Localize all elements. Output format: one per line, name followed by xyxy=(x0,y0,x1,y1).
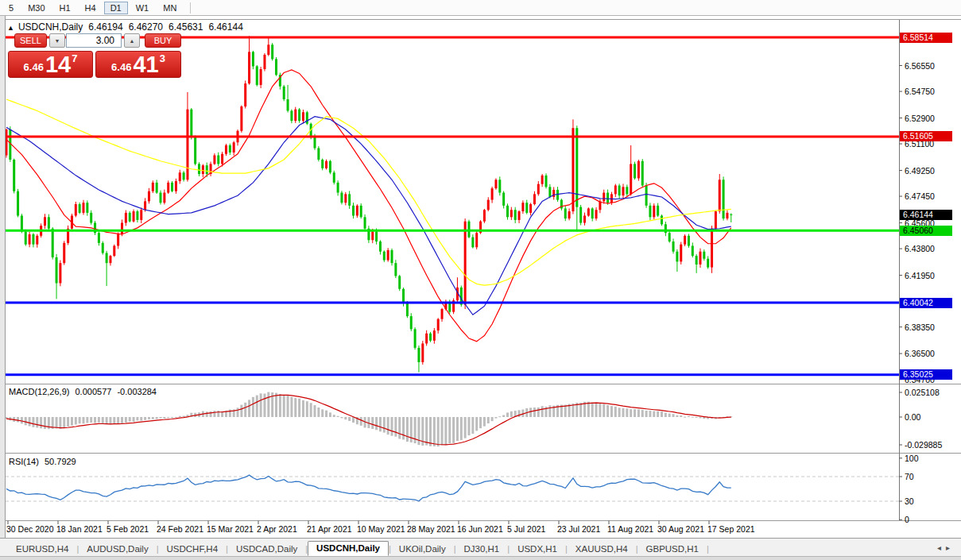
chart-tab-audusd[interactable]: AUDUSD,Daily xyxy=(79,543,156,556)
toolbar-separator xyxy=(190,2,191,14)
scroll-right-icon[interactable]: ▸ xyxy=(946,543,955,552)
chart-tab-xauusd[interactable]: XAUUSD,H4 xyxy=(568,543,636,556)
date-tick-label: 11 Aug 2021 xyxy=(607,524,653,534)
rsi-value: 50.7929 xyxy=(45,457,76,466)
date-tick-label: 16 Jun 2021 xyxy=(457,524,503,534)
chevron-down-icon: ▼ xyxy=(55,38,60,44)
price-badge: 6.35025 xyxy=(900,369,952,380)
date-tick-label: 23 Jul 2021 xyxy=(557,524,600,534)
timeframe-button-m30[interactable]: M30 xyxy=(21,2,51,14)
chevron-up-icon: ▲ xyxy=(130,38,135,44)
price-tick-label: 6.38350 xyxy=(905,322,935,332)
ohlc-open: 6.46194 xyxy=(88,21,122,33)
sell-price-pip-digit: 7 xyxy=(72,52,77,64)
rsi-pane[interactable] xyxy=(6,454,899,520)
date-tick-label: 5 Jul 2021 xyxy=(507,524,545,534)
price-badge: 6.46144 xyxy=(900,210,952,220)
chart-tab-usdchf[interactable]: USDCHF,H4 xyxy=(159,543,227,556)
ohlc-high: 6.46270 xyxy=(129,21,163,33)
rsi-indicator-label: RSI(14) 50.7929 xyxy=(9,457,76,466)
date-tick-label: 10 May 2021 xyxy=(357,524,405,534)
date-tick-label: 5 Feb 2021 xyxy=(107,524,149,534)
rsi-scale-label: 100 xyxy=(905,454,919,463)
price-tick-label: 6.49250 xyxy=(905,166,935,176)
price-tick-label: 6.52900 xyxy=(905,114,935,123)
price-badge: 6.51605 xyxy=(900,131,952,141)
chart-title: ▲USDCNH,Daily6.461946.462706.456316.4614… xyxy=(7,21,243,33)
macd-value: 0.000577 xyxy=(75,387,111,396)
chart-tab-usdx[interactable]: USDX,H1 xyxy=(510,543,565,556)
chart-tab-usdcnh[interactable]: USDCNH,Daily xyxy=(308,541,389,556)
ohlc-close: 6.46144 xyxy=(208,21,242,33)
macd-scale-label: -0.029885 xyxy=(905,440,942,450)
price-tick-label: 6.43800 xyxy=(905,244,935,253)
rsi-scale-label: 0 xyxy=(905,515,909,524)
buy-price-big-digits: 41 xyxy=(133,54,158,75)
chart-tab-bar: EURUSD,H4|AUDUSD,Daily|USDCHF,H4|USDCAD,… xyxy=(0,539,961,556)
macd-signal-value: -0.003284 xyxy=(117,387,157,396)
symbol-period-label: USDCNH,Daily xyxy=(18,21,83,33)
ohlc-low: 6.45631 xyxy=(169,21,203,33)
date-tick-label: 17 Sep 2021 xyxy=(707,524,755,534)
timeframe-button-w1[interactable]: W1 xyxy=(130,2,156,14)
sell-price-button[interactable]: 6.46 14 7 xyxy=(8,51,93,78)
date-tick-label: 2 Apr 2021 xyxy=(257,524,297,534)
collapse-triangle-icon[interactable]: ▲ xyxy=(7,24,14,32)
timeframe-toolbar: 5M30H1H4D1W1MN xyxy=(0,0,961,16)
chart-tab-ukoil[interactable]: UKOil,Daily xyxy=(391,543,454,556)
sell-price-big-digits: 14 xyxy=(45,54,71,75)
buy-price-button[interactable]: 6.46 41 3 xyxy=(95,51,181,78)
sell-price-prefix: 6.46 xyxy=(24,61,44,73)
buy-price-prefix: 6.46 xyxy=(111,61,131,73)
status-strip xyxy=(0,556,961,560)
date-tick-label: 30 Dec 2020 xyxy=(6,524,54,534)
price-tick-label: 6.36500 xyxy=(905,349,935,358)
price-badge: 6.45060 xyxy=(900,226,952,236)
macd-scale-label: 0.00 xyxy=(905,412,920,422)
price-tick-label: 6.56550 xyxy=(905,61,935,71)
timeframe-button-h4[interactable]: H4 xyxy=(79,2,103,14)
chart-tab-gbpusd[interactable]: GBPUSD,H1 xyxy=(638,543,707,556)
timeframe-button-d1[interactable]: D1 xyxy=(104,2,128,14)
price-badge: 6.40042 xyxy=(900,298,952,308)
price-badge: 6.58514 xyxy=(900,33,952,43)
chart-tab-usdcad[interactable]: USDCAD,Daily xyxy=(228,543,305,556)
macd-name: MACD(12,26,9) xyxy=(9,387,69,396)
date-tick-label: 15 Mar 2021 xyxy=(207,524,254,534)
lot-increase-button[interactable]: ▲ xyxy=(124,33,140,48)
date-tick-label: 21 Apr 2021 xyxy=(307,524,352,534)
tab-scroll-arrows: ◂▸ xyxy=(937,543,955,552)
lot-size-input[interactable] xyxy=(66,33,122,48)
price-tick-label: 6.47450 xyxy=(905,191,935,201)
buy-price-pip-digit: 3 xyxy=(160,52,165,64)
chart-tab-dj30[interactable]: DJ30,H1 xyxy=(456,543,508,556)
sell-button[interactable]: SELL xyxy=(14,33,47,48)
scroll-left-icon[interactable]: ◂ xyxy=(937,543,946,552)
rsi-scale-label: 70 xyxy=(905,472,914,481)
buy-button[interactable]: BUY xyxy=(145,33,181,48)
lot-decrease-button[interactable]: ▼ xyxy=(49,33,65,48)
chart-tab-eurusd[interactable]: EURUSD,H4 xyxy=(8,543,76,556)
date-tick-label: 30 Aug 2021 xyxy=(657,524,704,534)
rsi-scale-label: 30 xyxy=(905,496,914,506)
price-tick-label: 6.54750 xyxy=(905,87,935,96)
date-tick-label: 24 Feb 2021 xyxy=(157,524,203,534)
tab-separator: | xyxy=(707,544,709,554)
price-tick-label: 6.41950 xyxy=(905,271,935,280)
timeframe-button-mn[interactable]: MN xyxy=(157,2,183,14)
date-tick-label: 28 May 2021 xyxy=(407,524,455,534)
timeframe-button-5[interactable]: 5 xyxy=(2,2,20,14)
macd-indicator-label: MACD(12,26,9) 0.000577 -0.003284 xyxy=(9,387,157,396)
date-tick-label: 18 Jan 2021 xyxy=(56,524,103,534)
timeframe-button-h1[interactable]: H1 xyxy=(53,2,77,14)
mt4-terminal: 5M30H1H4D1W1MN ▲USDCNH,Daily6.461946.462… xyxy=(0,0,961,560)
macd-scale-label: 0.025108 xyxy=(905,388,940,397)
trade-panel-top-row: SELL ▼ ▲ BUY xyxy=(8,33,184,48)
rsi-name: RSI(14) xyxy=(9,457,39,466)
